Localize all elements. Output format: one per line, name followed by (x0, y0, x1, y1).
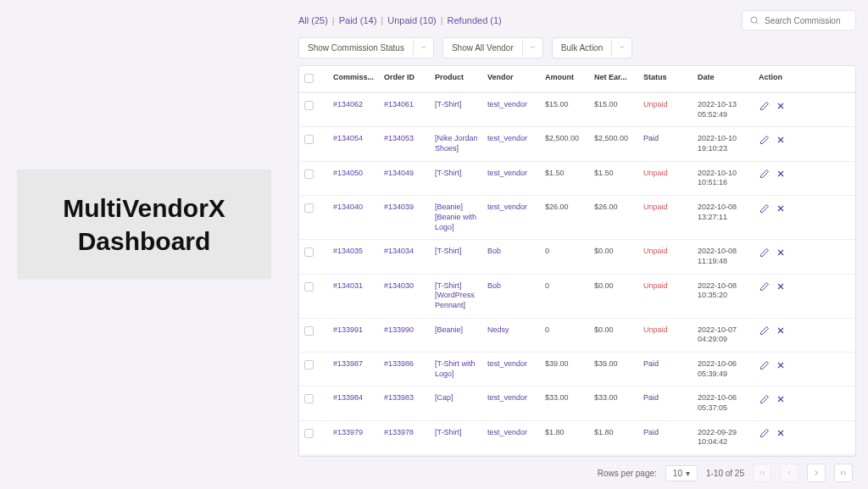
caret-down-icon: ▾ (686, 469, 690, 478)
net-cell: $0.00 (594, 325, 640, 334)
vendor-link[interactable]: test_vendor (487, 359, 542, 368)
date-cell: 2022-09-2910:04:42 (698, 428, 755, 447)
commission-link[interactable]: #134035 (333, 247, 381, 255)
row-checkbox[interactable] (304, 360, 314, 370)
page-next-button[interactable] (807, 464, 826, 482)
filter-vendor[interactable]: Show All Vendor (442, 37, 543, 58)
close-icon[interactable] (775, 169, 786, 180)
edit-icon[interactable] (759, 325, 770, 336)
order-link[interactable]: #134030 (384, 281, 431, 290)
status-cell: Unpaid (643, 325, 694, 334)
close-icon[interactable] (775, 393, 786, 404)
product-link[interactable]: [Cap] (435, 393, 484, 403)
order-link[interactable]: #134039 (384, 203, 431, 211)
order-link[interactable]: #134049 (384, 169, 431, 177)
edit-icon[interactable] (759, 281, 770, 292)
order-link[interactable]: #134053 (384, 134, 431, 142)
close-icon[interactable] (775, 325, 786, 336)
close-icon[interactable] (775, 203, 786, 214)
edit-icon[interactable] (759, 359, 770, 370)
close-icon[interactable] (775, 247, 786, 258)
commission-link[interactable]: #133987 (333, 359, 381, 368)
vendor-link[interactable]: test_vendor (487, 203, 542, 211)
product-link[interactable]: [T-Shirt] (435, 169, 484, 179)
vendor-link[interactable]: test_vendor (487, 169, 542, 177)
order-link[interactable]: #133990 (384, 325, 431, 334)
row-checkbox[interactable] (304, 169, 314, 179)
order-link[interactable]: #134061 (384, 100, 431, 108)
order-link[interactable]: #133978 (384, 428, 431, 436)
product-link[interactable]: [T-Shirt] (435, 100, 484, 110)
close-icon[interactable] (775, 428, 786, 439)
vendor-link[interactable]: test_vendor (487, 134, 542, 142)
col-commission: Commiss... (333, 73, 381, 81)
order-link[interactable]: #133986 (384, 359, 431, 368)
edit-icon[interactable] (759, 393, 770, 404)
vendor-link[interactable]: Nedsy (487, 325, 542, 334)
row-checkbox[interactable] (304, 282, 314, 292)
edit-icon[interactable] (759, 100, 770, 111)
commission-link[interactable]: #133991 (333, 325, 381, 334)
net-cell: $2,500.00 (594, 134, 640, 142)
select-all-checkbox[interactable] (304, 74, 314, 83)
commission-link[interactable]: #133984 (333, 393, 381, 402)
product-link[interactable]: [T-Shirt with Logo] (435, 359, 484, 379)
close-icon[interactable] (775, 134, 786, 145)
date-cell: 2022-10-0704:29:09 (698, 325, 755, 345)
row-checkbox[interactable] (304, 101, 314, 110)
nav-unpaid[interactable]: Unpaid (10) (387, 15, 436, 25)
status-cell: Paid (643, 393, 694, 402)
vendor-link[interactable]: Bob (487, 247, 542, 255)
status-cell: Unpaid (643, 281, 694, 290)
commission-link[interactable]: #134062 (333, 100, 381, 108)
edit-icon[interactable] (759, 247, 770, 258)
order-link[interactable]: #134034 (384, 247, 431, 255)
close-icon[interactable] (775, 281, 786, 292)
row-checkbox[interactable] (304, 247, 314, 257)
edit-icon[interactable] (759, 134, 770, 145)
row-checkbox[interactable] (304, 326, 314, 336)
vendor-link[interactable]: Bob (487, 281, 542, 290)
nav-refunded[interactable]: Refunded (1) (448, 15, 502, 25)
commission-link[interactable]: #134050 (333, 169, 381, 177)
amount-cell: 0 (545, 325, 591, 334)
rows-per-page-select[interactable]: 10 ▾ (665, 465, 698, 481)
product-link[interactable]: [Beanie] (435, 325, 484, 336)
edit-icon[interactable] (759, 428, 770, 439)
page-last-button[interactable] (834, 464, 853, 482)
product-link[interactable]: [Nike Jordan Shoes] (435, 134, 484, 153)
product-link[interactable]: [T-Shirt] (435, 428, 484, 438)
vendor-link[interactable]: test_vendor (487, 428, 542, 436)
date-cell: 2022-10-1010:51:16 (698, 169, 755, 188)
order-link[interactable]: #133983 (384, 393, 431, 402)
search-box[interactable] (742, 10, 856, 31)
search-input[interactable] (765, 16, 849, 25)
commission-link[interactable]: #134054 (333, 134, 381, 142)
nav-paid[interactable]: Paid (14) (339, 15, 377, 25)
date-cell: 2022-10-0605:39:49 (698, 359, 755, 379)
product-link[interactable]: [T-Shirt] [WordPress Pennant] (435, 281, 484, 311)
table-row: #134031 #134030 [T-Shirt] [WordPress Pen… (299, 274, 855, 318)
row-checkbox[interactable] (304, 135, 314, 144)
commission-link[interactable]: #134040 (333, 203, 381, 211)
vendor-link[interactable]: test_vendor (487, 393, 542, 402)
close-icon[interactable] (775, 100, 786, 111)
vendor-link[interactable]: test_vendor (487, 100, 542, 108)
commission-link[interactable]: #134031 (333, 281, 381, 290)
row-checkbox[interactable] (304, 394, 314, 403)
commission-link[interactable]: #133979 (333, 428, 381, 436)
filter-status[interactable]: Show Commission Status (298, 37, 434, 58)
edit-icon[interactable] (759, 169, 770, 180)
table-row: #134054 #134053 [Nike Jordan Shoes] test… (299, 126, 855, 160)
row-checkbox[interactable] (304, 429, 314, 438)
product-link[interactable]: [Beanie] [Beanie with Logo] (435, 203, 484, 232)
close-icon[interactable] (775, 359, 786, 370)
page-prev-button[interactable] (780, 464, 798, 482)
product-link[interactable]: [T-Shirt] (435, 247, 484, 257)
filter-bulk[interactable]: Bulk Action (552, 37, 632, 58)
row-checkbox[interactable] (304, 203, 314, 213)
edit-icon[interactable] (759, 203, 770, 214)
page-first-button[interactable] (753, 464, 771, 482)
nav-all[interactable]: All (25) (298, 15, 328, 25)
col-action: Action (759, 73, 794, 81)
